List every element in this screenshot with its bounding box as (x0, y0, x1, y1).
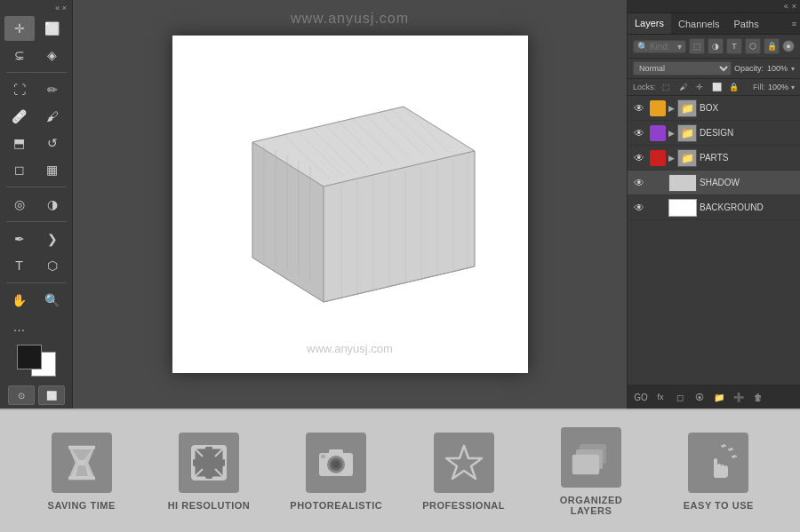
layer-color-shadow (650, 175, 666, 191)
layer-eye-parts[interactable]: 👁 (631, 150, 647, 166)
right-panel: « × Layers Channels Paths ≡ 🔍 ▾ ⬚ ◑ T ⬡ … (627, 0, 800, 409)
lock-move-btn[interactable]: ✛ (692, 81, 707, 93)
extra-tool[interactable]: … (4, 314, 35, 339)
new-group-btn[interactable]: 📁 (711, 389, 727, 405)
layer-row-shadow[interactable]: 👁 SHADOW (628, 171, 800, 195)
type-tool[interactable]: T (4, 253, 35, 278)
panel-close-btn[interactable]: × (792, 2, 796, 11)
add-mask-btn[interactable]: ◻ (672, 389, 688, 405)
move-tool[interactable]: ✛ (4, 16, 35, 41)
adjustment-btn[interactable]: ⦿ (692, 389, 708, 405)
fx-btn[interactable]: fx (652, 389, 668, 405)
link-layers-btn[interactable]: GO (633, 389, 649, 405)
left-toolbar: « × ✛ ⬜ ⊊ ◈ ⛶ ✏ 🩹 🖌 ⬒ ↺ ◻ ▦ ◎ ◑ (0, 0, 73, 409)
filter-active-indicator[interactable]: ● (782, 40, 795, 52)
layer-search-input[interactable] (650, 42, 677, 52)
lock-artboard-btn[interactable]: ⬜ (709, 81, 724, 93)
crop-tool[interactable]: ⛶ (4, 77, 35, 102)
new-layer-btn[interactable]: ➕ (731, 389, 747, 405)
panel-controls: 🔍 ▾ ⬚ ◑ T ⬡ 🔒 ● (628, 35, 800, 59)
photorealistic-icon-box (306, 433, 366, 493)
history-tool[interactable]: ↺ (37, 131, 68, 155)
lasso-tool[interactable]: ⊊ (4, 43, 35, 67)
layer-eye-design[interactable]: 👁 (631, 125, 647, 141)
path-select-tool[interactable]: ❯ (37, 226, 68, 251)
gradient-tool[interactable]: ▦ (37, 157, 68, 182)
layer-thumb-background (668, 199, 697, 217)
eraser-tool[interactable]: ◻ (4, 157, 35, 182)
mode-icons: ⊙ ⬜ (8, 385, 65, 405)
color-swatches[interactable] (17, 345, 56, 377)
star-icon (444, 442, 484, 483)
zoom-tool[interactable]: 🔍 (37, 288, 68, 313)
foreground-color-swatch[interactable] (17, 345, 42, 369)
layer-row-parts[interactable]: 👁 ▶ 📁 PARTS (628, 146, 800, 171)
toolbar-collapse-btn[interactable]: « × (55, 4, 67, 12)
layers-icon (571, 437, 612, 478)
lock-all-btn[interactable]: 🔒 (726, 81, 740, 93)
lock-transparent-btn[interactable]: ⬚ (659, 81, 673, 93)
layer-thumb-design: 📁 (677, 124, 697, 142)
canvas-area: www.anyusj.com (73, 0, 627, 409)
healing-tool[interactable]: 🩹 (4, 104, 35, 129)
saving-time-label: SAVING TIME (48, 500, 116, 511)
layer-row-background[interactable]: 👁 BACKGROUND (628, 195, 800, 220)
tab-paths[interactable]: Paths (727, 14, 766, 34)
locks-label: Locks: (633, 83, 656, 91)
layer-name-shadow: SHADOW (700, 178, 740, 187)
svg-rect-46 (329, 449, 343, 455)
panel-menu-btn[interactable]: ≡ (788, 16, 800, 32)
layer-row-box[interactable]: 👁 ▶ 📁 BOX (628, 96, 800, 121)
layer-eye-background[interactable]: 👁 (631, 200, 647, 216)
pen-tool[interactable]: ✒ (4, 226, 35, 251)
opacity-value: 100% (767, 64, 788, 73)
tool-grid: ✛ ⬜ ⊊ ◈ ⛶ ✏ 🩹 🖌 ⬒ ↺ ◻ ▦ ◎ ◑ ✒ ❯ (4, 16, 68, 339)
blend-mode-select[interactable]: Normal (633, 61, 732, 75)
filter-type-btn[interactable]: T (726, 38, 742, 54)
filter-adj-btn[interactable]: ◑ (708, 38, 724, 54)
photorealistic-label: PHOTOREALISTIC (290, 500, 382, 511)
layer-expand-design[interactable]: ▶ (668, 129, 675, 138)
filter-pixel-btn[interactable]: ⬚ (689, 38, 705, 54)
brush-tool[interactable]: 🖌 (37, 104, 68, 129)
dodge-tool[interactable]: ◑ (37, 192, 68, 217)
filter-smart-btn[interactable]: 🔒 (764, 38, 780, 54)
layer-color-background (650, 200, 666, 216)
hand-tool[interactable]: ✋ (4, 288, 35, 313)
canvas-document: www.anyusj.com (172, 36, 528, 373)
layer-thumb-parts: 📁 (677, 149, 697, 167)
layer-eye-shadow[interactable]: 👁 (631, 175, 647, 191)
hi-resolution-icon-box (179, 433, 239, 493)
layer-expand-box[interactable]: ▶ (668, 104, 675, 113)
layer-thumb-shadow (668, 174, 697, 192)
tab-channels[interactable]: Channels (671, 14, 726, 34)
filter-shape-btn[interactable]: ⬡ (745, 38, 761, 54)
layer-search[interactable]: 🔍 ▾ (633, 40, 686, 53)
panel-collapse-left-btn[interactable]: « (784, 2, 788, 11)
screen-mode-btn[interactable]: ⬜ (38, 385, 65, 405)
layer-eye-box[interactable]: 👁 (631, 100, 647, 116)
opacity-label: Opacity: (734, 64, 764, 73)
stamp-tool[interactable]: ⬒ (4, 131, 35, 155)
top-watermark: www.anyusj.com (291, 11, 409, 27)
quick-mask-btn[interactable]: ⊙ (8, 385, 35, 405)
top-area: « × ✛ ⬜ ⊊ ◈ ⛶ ✏ 🩹 🖌 ⬒ ↺ ◻ ▦ ◎ ◑ (0, 0, 800, 409)
magic-wand-tool[interactable]: ◈ (37, 43, 68, 67)
layer-name-box: BOX (700, 103, 718, 113)
select-rect-tool[interactable]: ⬜ (37, 16, 68, 41)
layer-row-design[interactable]: 👁 ▶ 📁 DESIGN (628, 121, 800, 146)
blur-tool[interactable]: ◎ (4, 192, 35, 217)
saving-time-icon-box (52, 433, 112, 493)
expand-icon (188, 442, 229, 483)
fill-value: 100% (768, 83, 788, 91)
eyedropper-tool[interactable]: ✏ (37, 77, 68, 102)
shape-tool[interactable]: ⬡ (37, 253, 68, 278)
fill-label: Fill: (753, 83, 765, 91)
layer-expand-parts[interactable]: ▶ (668, 154, 675, 163)
organized-layers-icon-box (561, 427, 621, 488)
lock-paint-btn[interactable]: 🖌 (676, 81, 690, 93)
panel-tabs: Layers Channels Paths ≡ (628, 13, 800, 35)
tab-layers[interactable]: Layers (628, 13, 671, 34)
delete-layer-btn[interactable]: 🗑 (750, 389, 766, 405)
layer-name-design: DESIGN (700, 128, 733, 138)
